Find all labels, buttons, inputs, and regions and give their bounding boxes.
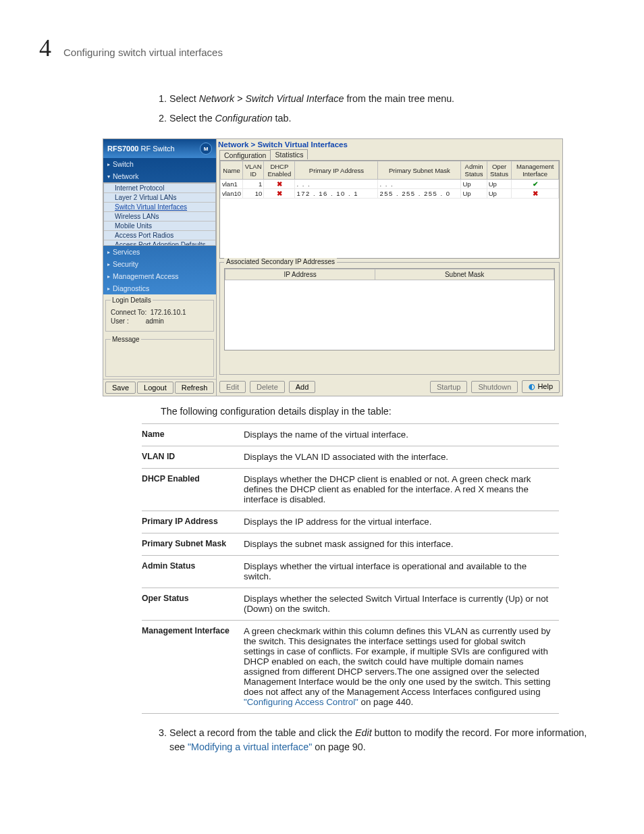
brand-name: RFS7000 xyxy=(107,145,138,153)
x-icon: ✖ xyxy=(533,190,538,197)
brand-logo-icon: M xyxy=(200,142,212,155)
startup-button[interactable]: Startup xyxy=(430,381,467,393)
col-vlanid[interactable]: VLAN ID xyxy=(243,161,264,180)
field-desc: A green checkmark within this column def… xyxy=(244,621,559,714)
delete-button[interactable]: Delete xyxy=(250,381,285,393)
chapter-number: 4 xyxy=(39,34,51,62)
tree-item-security[interactable]: Security xyxy=(103,258,216,270)
intro-line: The following configuration details disp… xyxy=(161,406,605,417)
add-button[interactable]: Add xyxy=(289,381,316,393)
field-label: VLAN ID xyxy=(142,446,244,469)
svi-grid[interactable]: Name VLAN ID DHCP Enabled Primary IP Add… xyxy=(219,160,560,259)
col-sec-ip[interactable]: IP Address xyxy=(225,269,375,280)
tree-sub-svi[interactable]: Switch Virtual Interfaces xyxy=(104,202,215,211)
tabs-row: Configuration Statistics xyxy=(217,149,562,159)
login-details-box: Login Details Connect To: 172.16.10.1 Us… xyxy=(105,296,214,332)
content-area: Network > Switch Virtual Interfaces Conf… xyxy=(217,139,562,396)
sidebar-button-row: Save Logout Refresh xyxy=(103,379,216,396)
field-label: Management Interface xyxy=(142,621,244,714)
tab-configuration[interactable]: Configuration xyxy=(219,150,271,160)
tree-item-mgmt-access[interactable]: Management Access xyxy=(103,270,216,282)
col-sec-mask[interactable]: Subnet Mask xyxy=(375,269,554,280)
x-icon: ✖ xyxy=(277,190,282,197)
step-2: Select the Configuration tab. xyxy=(169,111,605,126)
tree-sub-ap-adoption[interactable]: Access Port Adoption Defaults xyxy=(104,240,215,246)
tree-sub-internet-protocol[interactable]: Internet Protocol xyxy=(104,183,215,192)
field-table: NameDisplays the name of the virtual int… xyxy=(142,423,559,714)
step-3: Select a record from the table and click… xyxy=(169,726,605,754)
field-desc: Displays the IP address for the virtual … xyxy=(244,511,559,533)
steps-list-2: Select a record from the table and click… xyxy=(147,726,605,754)
link-configuring-access-control[interactable]: "Configuring Access Control" xyxy=(244,697,358,707)
check-icon: ✔ xyxy=(533,180,538,188)
screenshot-panel: RFS7000 RF Switch M Switch Network Inter… xyxy=(103,138,563,396)
col-name[interactable]: Name xyxy=(221,161,243,180)
field-label: Name xyxy=(142,424,244,446)
tab-statistics[interactable]: Statistics xyxy=(270,149,308,159)
tree-item-switch[interactable]: Switch xyxy=(103,158,216,170)
step-1: Select Network > Switch Virtual Interfac… xyxy=(169,92,605,106)
logout-button[interactable]: Logout xyxy=(137,382,173,394)
field-desc: Displays whether the DHCP client is enab… xyxy=(244,469,559,511)
table-row[interactable]: vlan10 10 ✖ 172 . 16 . 10 . 1 255 . 255 … xyxy=(221,189,559,199)
message-legend: Message xyxy=(111,336,141,343)
tree-sub-wlans[interactable]: Wireless LANs xyxy=(104,211,215,221)
assoc-ip-group: Associated Secondary IP Addresses IP Add… xyxy=(219,262,560,375)
field-desc: Displays whether the selected Switch Vir… xyxy=(244,588,559,621)
col-primary-ip[interactable]: Primary IP Address xyxy=(295,161,378,180)
shutdown-button[interactable]: Shutdown xyxy=(471,381,518,393)
page-header: 4 Configuring switch virtual interfaces xyxy=(39,34,605,62)
col-mgmt-iface[interactable]: Management Interface xyxy=(512,161,559,180)
help-button[interactable]: ◐ Help xyxy=(522,380,560,393)
nav-tree: Switch Network Internet Protocol Layer 2… xyxy=(103,158,216,294)
col-primary-mask[interactable]: Primary Subnet Mask xyxy=(378,161,461,180)
tree-item-diagnostics[interactable]: Diagnostics xyxy=(103,282,216,294)
field-desc: Displays the subnet mask assigned for th… xyxy=(244,533,559,556)
col-oper-status[interactable]: Oper Status xyxy=(487,161,512,180)
tree-item-services[interactable]: Services xyxy=(103,246,216,258)
save-button[interactable]: Save xyxy=(105,382,136,394)
field-desc: Displays the VLAN ID associated with the… xyxy=(244,446,559,469)
field-label: Primary Subnet Mask xyxy=(142,533,244,556)
message-box: Message xyxy=(105,336,214,377)
brand-bar: RFS7000 RF Switch M xyxy=(103,139,216,158)
edit-button[interactable]: Edit xyxy=(219,381,246,393)
x-icon: ✖ xyxy=(277,180,282,188)
breadcrumb: Network > Switch Virtual Interfaces xyxy=(217,139,562,149)
col-admin-status[interactable]: Admin Status xyxy=(461,161,487,180)
table-row[interactable]: vlan1 1 ✖ . . . . . . Up Up ✔ xyxy=(221,180,559,189)
tree-sub-ap-radios[interactable]: Access Port Radios xyxy=(104,230,215,240)
chapter-title: Configuring switch virtual interfaces xyxy=(63,47,223,58)
tree-sub-l2-vlans[interactable]: Layer 2 Virtual LANs xyxy=(104,192,215,202)
field-desc: Displays the name of the virtual interfa… xyxy=(244,424,559,446)
tree-sub-mobile-units[interactable]: Mobile Units xyxy=(104,221,215,230)
link-modifying-vi[interactable]: "Modifying a virtual interface" xyxy=(188,741,312,752)
field-desc: Displays whether the virtual interface i… xyxy=(244,556,559,588)
login-details-legend: Login Details xyxy=(111,296,153,304)
secondary-ip-grid[interactable]: IP Address Subnet Mask xyxy=(224,268,555,350)
field-label: DHCP Enabled xyxy=(142,469,244,511)
field-label: Primary IP Address xyxy=(142,511,244,533)
sidebar: RFS7000 RF Switch M Switch Network Inter… xyxy=(103,139,217,396)
assoc-ip-legend: Associated Secondary IP Addresses xyxy=(224,258,337,265)
refresh-button[interactable]: Refresh xyxy=(175,382,215,394)
action-button-row: Edit Delete Add Startup Shutdown ◐ Help xyxy=(217,377,562,396)
col-dhcp[interactable]: DHCP Enabled xyxy=(264,161,295,180)
field-label: Oper Status xyxy=(142,588,244,621)
steps-list: Select Network > Switch Virtual Interfac… xyxy=(147,92,605,125)
tree-item-network[interactable]: Network xyxy=(103,170,216,182)
field-label: Admin Status xyxy=(142,556,244,588)
